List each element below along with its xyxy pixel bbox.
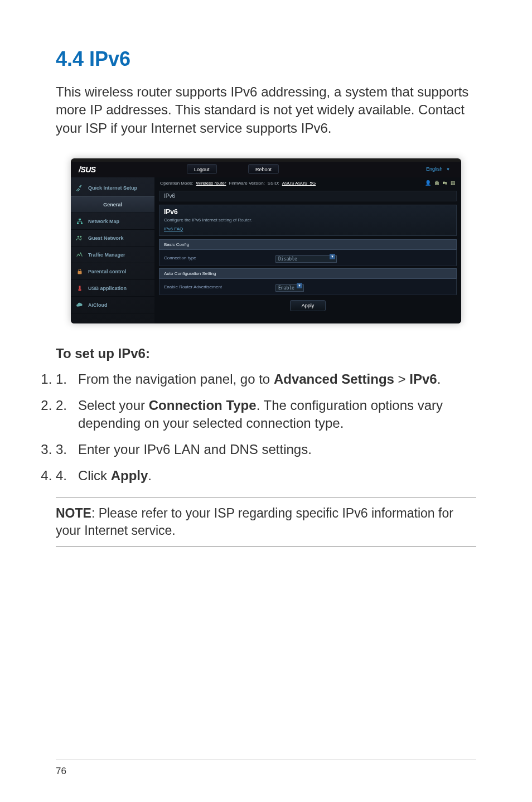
svg-rect-7	[78, 289, 81, 291]
sidebar-item-network-map[interactable]: Network Map	[71, 213, 154, 230]
ssid-value[interactable]: ASUS ASUS_5G	[282, 181, 316, 186]
router-adv-row: Enable Router Advertisement Enable ▼	[159, 279, 457, 295]
wifi-icon[interactable]: ⇆	[443, 180, 447, 186]
logout-button[interactable]: Logout	[187, 164, 217, 174]
user-icon[interactable]: 👤	[425, 180, 431, 186]
sidebar-item-guest-network[interactable]: Guest Network	[71, 230, 154, 247]
panel-title: IPv6	[164, 208, 452, 216]
note-label: NOTE	[56, 506, 91, 520]
sidebar: Quick Internet Setup General Network Map…	[71, 177, 154, 323]
traffic-icon	[75, 250, 84, 259]
step-3: Enter your IPv6 LAN and DNS settings.	[56, 441, 476, 458]
sidebar-label: USB application	[88, 286, 127, 291]
note-box: NOTE: Please refer to your ISP regarding…	[56, 497, 476, 547]
router-adv-label: Enable Router Advertisement	[164, 284, 275, 289]
apply-button[interactable]: Apply	[290, 300, 326, 311]
sidebar-item-qis[interactable]: Quick Internet Setup	[71, 180, 154, 196]
step-2: Select your Connection Type. The configu…	[56, 397, 476, 431]
connection-type-select[interactable]: Disable	[275, 255, 337, 263]
panel-subtitle: Configure the IPv6 Internet setting of R…	[164, 218, 452, 223]
sidebar-label: AiCloud	[88, 302, 108, 308]
topbar: /SUS Logout Reboot English ▼	[71, 162, 461, 177]
sidebar-item-traffic-manager[interactable]: Traffic Manager	[71, 247, 154, 263]
op-mode-label: Operation Mode:	[160, 181, 194, 186]
auto-config-header: Auto Configuration Setting	[159, 268, 457, 279]
svg-point-4	[80, 236, 81, 238]
chevron-down-icon: ▼	[446, 167, 450, 171]
chevron-down-icon: ▼	[297, 283, 302, 288]
ipv6-panel: IPv6 Configure the IPv6 Internet setting…	[159, 205, 457, 236]
people-icon	[75, 234, 84, 242]
connection-type-label: Connection type	[164, 255, 275, 260]
step-1: From the navigation panel, go to Advance…	[56, 370, 476, 388]
sidebar-label: Guest Network	[88, 235, 124, 241]
instructions-heading: To set up IPv6:	[56, 346, 476, 361]
asus-logo: /SUS	[71, 165, 96, 174]
fw-label: Firmware Version:	[229, 181, 264, 186]
breadcrumb: IPv6	[159, 191, 457, 201]
sidebar-label: Traffic Manager	[88, 252, 125, 258]
lock-icon	[75, 267, 84, 276]
printer-icon[interactable]: 🖶	[434, 180, 439, 186]
op-mode-value[interactable]: Wireless router	[196, 181, 226, 186]
faq-link[interactable]: IPv6 FAQ	[164, 226, 183, 231]
svg-rect-2	[81, 223, 83, 224]
basic-config-header: Basic Config	[159, 239, 457, 250]
connection-type-row: Connection type Disable ▼	[159, 250, 457, 266]
language-label: English	[426, 166, 443, 172]
sidebar-label: Network Map	[88, 219, 119, 224]
sidebar-heading-general: General	[71, 196, 154, 213]
svg-rect-1	[77, 223, 79, 224]
language-dropdown[interactable]: English ▼	[419, 164, 457, 174]
sidebar-label: Parental control	[88, 269, 127, 274]
svg-point-3	[78, 236, 79, 238]
reboot-button[interactable]: Reboot	[248, 164, 279, 174]
svg-rect-5	[78, 271, 81, 274]
wand-icon	[75, 183, 84, 192]
intro-paragraph: This wireless router supports IPv6 addre…	[56, 83, 476, 137]
page-number: 76	[56, 766, 66, 777]
footer-rule	[56, 760, 476, 760]
sidebar-item-usb-application[interactable]: USB application	[71, 280, 154, 297]
ssid-label: SSID:	[268, 181, 279, 186]
chevron-down-icon: ▼	[330, 254, 335, 259]
info-bar: Operation Mode: Wireless router Firmware…	[154, 177, 461, 189]
main-panel: Operation Mode: Wireless router Firmware…	[154, 177, 461, 323]
svg-rect-6	[79, 286, 80, 289]
usb-icon	[75, 284, 84, 292]
cloud-icon	[75, 301, 84, 309]
steps-list: From the navigation panel, go to Advance…	[56, 370, 476, 484]
svg-rect-0	[79, 219, 81, 220]
router-admin-screenshot: /SUS Logout Reboot English ▼ Quick Inter…	[71, 158, 461, 323]
sidebar-item-parental-control[interactable]: Parental control	[71, 263, 154, 280]
step-4: Click Apply.	[56, 467, 476, 484]
disk-icon[interactable]: ▤	[451, 180, 456, 186]
sidebar-label: Quick Internet Setup	[88, 185, 137, 191]
section-heading: 4.4 IPv6	[56, 47, 476, 71]
note-text: : Please refer to your ISP regarding spe…	[56, 506, 453, 538]
sidebar-item-aicloud[interactable]: AiCloud	[71, 297, 154, 313]
network-icon	[75, 217, 84, 225]
